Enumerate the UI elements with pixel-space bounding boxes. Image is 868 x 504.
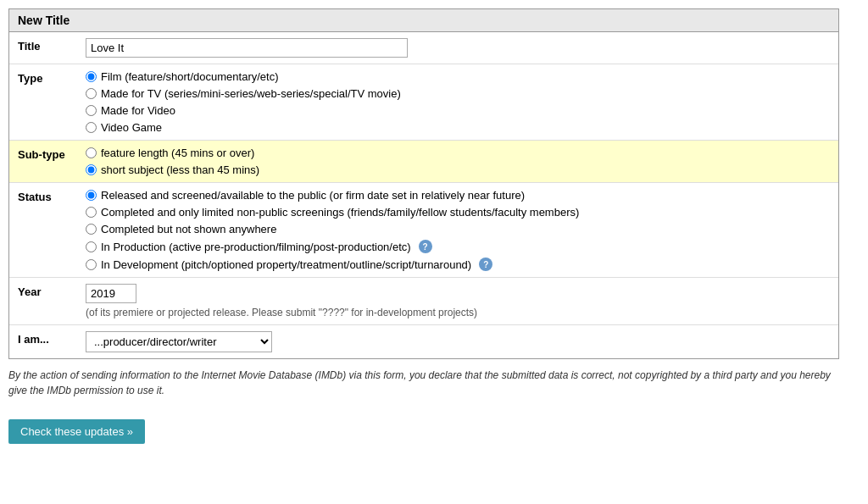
type-option-game-label: Video Game	[101, 121, 162, 134]
status-radio-limited[interactable]	[86, 207, 97, 218]
type-cell: Film (feature/short/documentary/etc) Mad…	[77, 64, 838, 141]
year-label: Year	[9, 278, 77, 325]
subtype-radio-short[interactable]	[86, 164, 97, 175]
status-radio-development[interactable]	[86, 259, 97, 270]
status-option-production-label: In Production (active pre-production/fil…	[101, 241, 411, 253]
role-label: I am...	[9, 325, 77, 359]
title-input[interactable]	[86, 38, 408, 58]
status-option-limited[interactable]: Completed and only limited non-public sc…	[86, 206, 830, 219]
type-option-game[interactable]: Video Game	[86, 121, 830, 134]
type-option-tv-label: Made for TV (series/mini-series/web-seri…	[101, 87, 401, 100]
status-cell: Released and screened/available to the p…	[77, 183, 838, 278]
type-option-video[interactable]: Made for Video	[86, 104, 830, 117]
type-radio-tv[interactable]	[86, 88, 97, 99]
disclaimer-text: By the action of sending information to …	[8, 368, 839, 398]
subtype-row: Sub-type feature length (45 mins or over…	[9, 141, 838, 183]
year-row: Year (of its premiere or projected relea…	[9, 278, 838, 325]
role-row: I am... ...producer/director/writer ...c…	[9, 325, 838, 359]
status-radio-production[interactable]	[86, 241, 97, 252]
title-cell	[77, 32, 838, 64]
subtype-option-short[interactable]: short subject (less than 45 mins)	[86, 163, 830, 176]
type-radio-film[interactable]	[86, 71, 97, 82]
type-option-film[interactable]: Film (feature/short/documentary/etc)	[86, 70, 830, 83]
subtype-radio-feature[interactable]	[86, 147, 97, 158]
status-radio-group: Released and screened/available to the p…	[86, 189, 830, 271]
subtype-radio-group: feature length (45 mins or over) short s…	[86, 147, 830, 176]
status-option-released[interactable]: Released and screened/available to the p…	[86, 189, 830, 202]
type-radio-video[interactable]	[86, 105, 97, 116]
status-option-development[interactable]: In Development (pitch/optioned property/…	[86, 258, 830, 271]
status-row: Status Released and screened/available t…	[9, 183, 838, 278]
status-label: Status	[9, 183, 77, 278]
status-option-notshown-label: Completed but not shown anywhere	[101, 223, 276, 235]
status-radio-released[interactable]	[86, 190, 97, 201]
status-radio-notshown[interactable]	[86, 224, 97, 235]
title-label: Title	[9, 32, 77, 64]
check-updates-button[interactable]: Check these updates »	[8, 419, 145, 444]
year-hint: (of its premiere or projected release. P…	[86, 307, 830, 318]
status-option-limited-label: Completed and only limited non-public sc…	[101, 206, 579, 219]
type-radio-game[interactable]	[86, 122, 97, 133]
status-option-notshown[interactable]: Completed but not shown anywhere	[86, 223, 830, 235]
help-icon-production[interactable]: ?	[419, 240, 432, 253]
form-header: New Title	[9, 9, 838, 32]
status-option-production[interactable]: In Production (active pre-production/fil…	[86, 240, 830, 253]
role-select[interactable]: ...producer/director/writer ...cast memb…	[86, 331, 272, 352]
type-radio-group: Film (feature/short/documentary/etc) Mad…	[86, 70, 830, 134]
help-icon-development[interactable]: ?	[479, 258, 492, 271]
subtype-label: Sub-type	[9, 141, 77, 183]
subtype-option-feature[interactable]: feature length (45 mins or over)	[86, 147, 830, 159]
subtype-cell: feature length (45 mins or over) short s…	[77, 141, 838, 183]
new-title-form: New Title Title Type Film (feature/short…	[8, 8, 839, 359]
type-option-video-label: Made for Video	[101, 104, 175, 117]
form-table: Title Type Film (feature/short/documenta…	[9, 32, 838, 358]
type-label: Type	[9, 64, 77, 141]
type-option-tv[interactable]: Made for TV (series/mini-series/web-seri…	[86, 87, 830, 100]
subtype-option-short-label: short subject (less than 45 mins)	[101, 163, 259, 176]
title-row: Title	[9, 32, 838, 64]
subtype-option-feature-label: feature length (45 mins or over)	[101, 147, 254, 159]
type-option-film-label: Film (feature/short/documentary/etc)	[101, 70, 279, 83]
year-cell: (of its premiere or projected release. P…	[77, 278, 838, 325]
status-option-released-label: Released and screened/available to the p…	[101, 189, 525, 202]
type-row: Type Film (feature/short/documentary/etc…	[9, 64, 838, 141]
status-option-development-label: In Development (pitch/optioned property/…	[101, 258, 471, 271]
role-cell: ...producer/director/writer ...cast memb…	[77, 325, 838, 359]
year-input[interactable]	[86, 284, 136, 303]
